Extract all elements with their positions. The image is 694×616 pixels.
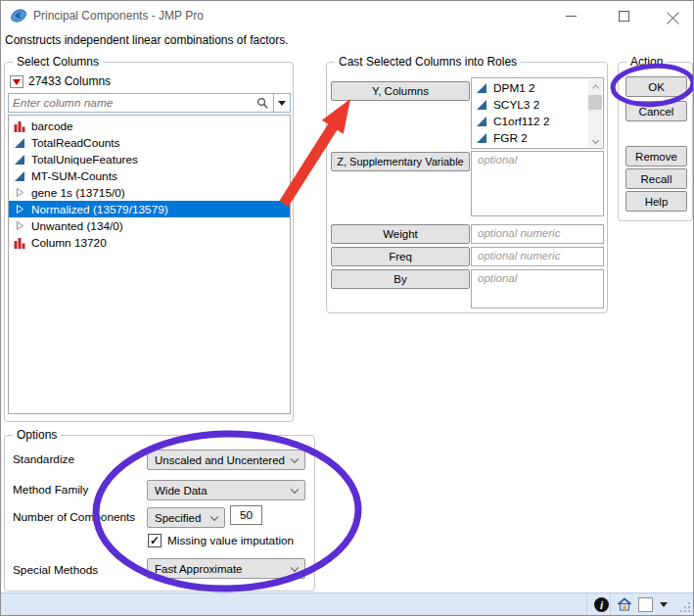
standardize-label: Standardize [13, 452, 74, 466]
standardize-dropdown[interactable]: Unscaled and Uncentered [147, 450, 305, 470]
scrollbar-thumb[interactable] [588, 95, 602, 110]
status-bar: i [1, 592, 693, 615]
principal-components-dialog: Principal Components - JMP Pro Construct… [0, 0, 694, 616]
number-of-components-label: Number of Components [13, 510, 135, 524]
list-item[interactable]: MT-SUM-Counts [9, 167, 290, 184]
continuous-icon [14, 171, 25, 181]
z-supplementary-button[interactable]: Z, Supplementary Variable [331, 152, 470, 171]
action-group: Action OK Cancel Remove Recall Help [618, 62, 693, 221]
histogram-icon [14, 237, 25, 249]
close-button[interactable] [650, 1, 694, 30]
window-state-button[interactable] [638, 597, 653, 612]
method-family-dropdown[interactable]: Wide Data [147, 480, 305, 500]
resize-grip[interactable] [678, 600, 691, 613]
checkmark-icon: ✓ [150, 535, 160, 546]
chevron-down-icon [210, 512, 218, 520]
weight-drop-zone[interactable]: optional numeric [471, 224, 604, 244]
by-button[interactable]: By [331, 269, 470, 289]
components-mode-dropdown[interactable]: Specified [147, 507, 225, 528]
list-item-selected[interactable]: Normalized (13579/13579) [9, 201, 290, 217]
list-item[interactable]: TotalUniqueFeatures [9, 151, 290, 167]
scroll-up-icon[interactable] [588, 79, 602, 93]
y-columns-list: DPM1 2 SCYL3 2 C1orf112 2 FGR 2 [471, 77, 604, 149]
recall-button[interactable]: Recall [625, 168, 687, 189]
z-drop-zone[interactable]: optional [471, 151, 604, 216]
help-button[interactable]: Help [625, 191, 687, 212]
title-bar: Principal Components - JMP Pro [1, 1, 693, 30]
divider [610, 593, 611, 615]
minimize-button[interactable] [549, 1, 593, 30]
y-list-scrollbar[interactable] [588, 79, 602, 147]
y-columns-button[interactable]: Y, Columns [331, 81, 470, 101]
chevron-down-icon [291, 563, 299, 571]
freq-drop-zone[interactable]: optional numeric [471, 247, 604, 266]
expand-chevron-icon [14, 204, 25, 214]
weight-button[interactable]: Weight [331, 224, 470, 244]
red-triangle-menu-button[interactable] [10, 75, 23, 88]
by-drop-zone[interactable]: optional [471, 269, 604, 308]
info-icon[interactable]: i [594, 597, 609, 612]
expand-chevron-icon [14, 187, 25, 198]
expand-chevron-icon [14, 220, 25, 231]
window-title: Principal Components - JMP Pro [33, 9, 204, 23]
options-label: Options [13, 428, 61, 442]
jmp-app-icon [10, 7, 27, 24]
continuous-icon [14, 138, 25, 148]
y-list-item[interactable]: DPM1 2 [472, 79, 603, 96]
y-list-item[interactable]: FGR 2 [472, 129, 603, 146]
continuous-icon [14, 155, 25, 165]
continuous-icon [476, 83, 487, 93]
chevron-down-icon [291, 485, 299, 493]
y-list-item[interactable]: SCYL3 2 [472, 96, 603, 113]
search-options-dropdown[interactable] [274, 93, 291, 113]
options-group: Options Standardize Unscaled and Uncente… [4, 435, 315, 592]
special-methods-label: Special Methods [13, 563, 98, 577]
columns-count: 27433 Columns [28, 74, 111, 88]
cast-roles-label: Cast Selected Columns into Roles [335, 55, 521, 69]
search-field[interactable] [8, 93, 274, 113]
caret-down-icon [278, 101, 286, 106]
maximize-button[interactable] [602, 1, 646, 30]
action-label: Action [626, 55, 667, 69]
components-count-input[interactable] [230, 505, 262, 525]
continuous-icon [476, 133, 487, 143]
select-columns-label: Select Columns [13, 55, 103, 69]
dialog-description: Constructs independent linear combinatio… [5, 33, 289, 47]
list-item[interactable]: Unwanted (134/0) [9, 217, 290, 234]
chevron-down-icon [291, 454, 299, 462]
column-list: barcode TotalReadCounts TotalUniqueFeatu… [8, 115, 291, 414]
minimize-icon [566, 16, 577, 17]
cast-roles-group: Cast Selected Columns into Roles Y, Colu… [326, 62, 608, 313]
list-item[interactable]: gene 1s (13715/0) [9, 184, 290, 201]
continuous-icon [476, 100, 487, 110]
y-list-item[interactable]: C1orf112 2 [472, 113, 603, 129]
scroll-down-icon[interactable] [588, 133, 602, 147]
red-triangle-icon [13, 79, 21, 85]
continuous-icon [476, 117, 487, 126]
column-search [8, 93, 291, 113]
maximize-icon [619, 11, 629, 22]
remove-button[interactable]: Remove [625, 146, 687, 166]
search-icon [256, 97, 269, 110]
list-item[interactable]: Column 13720 [9, 234, 290, 251]
freq-button[interactable]: Freq [331, 247, 470, 266]
close-icon [667, 10, 679, 23]
divider [586, 593, 587, 615]
ok-button[interactable]: OK [625, 76, 687, 97]
missing-value-imputation-checkbox[interactable]: ✓ [148, 534, 162, 547]
imputation-label: Missing value imputation [167, 534, 294, 547]
home-icon[interactable] [617, 596, 632, 612]
method-family-label: Method Family [13, 483, 88, 497]
caret-down-icon[interactable] [660, 602, 668, 607]
histogram-icon [14, 120, 25, 132]
cancel-button[interactable]: Cancel [625, 101, 687, 121]
list-item[interactable]: barcode [9, 118, 290, 134]
list-item[interactable]: TotalReadCounts [9, 134, 290, 151]
select-columns-group: Select Columns 27433 Columns barcode Tot… [4, 62, 294, 422]
special-methods-dropdown[interactable]: Fast Approximate [147, 558, 305, 579]
search-input[interactable] [13, 95, 254, 111]
